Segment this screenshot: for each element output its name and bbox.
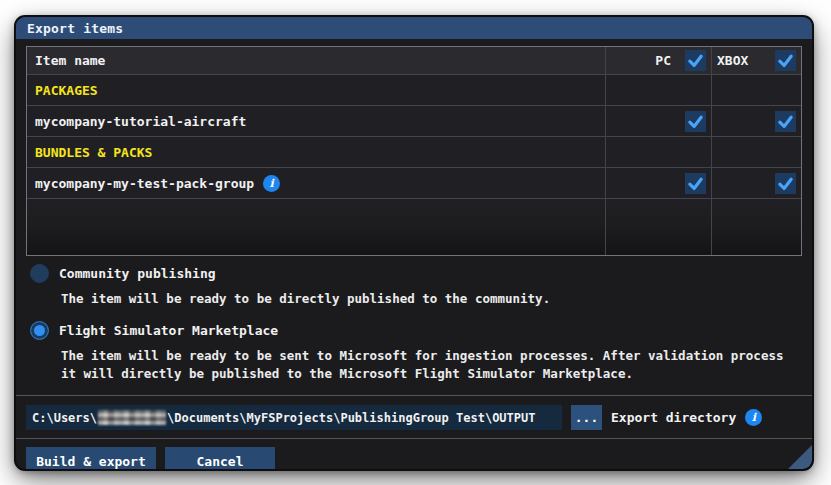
section-label-bundles: BUNDLES & PACKS <box>35 145 152 160</box>
pc-column-label: PC <box>655 53 671 68</box>
publish-options: Community publishing The item will be re… <box>30 264 802 382</box>
radio-button[interactable] <box>30 321 49 340</box>
option-label: Community publishing <box>59 266 216 281</box>
checkmark-icon <box>687 175 704 192</box>
pc-checkbox[interactable] <box>685 111 706 132</box>
table-section-row: BUNDLES & PACKS <box>27 136 801 167</box>
column-xbox: XBOX <box>711 47 801 74</box>
path-prefix: C:\Users\ <box>32 411 97 425</box>
radio-button[interactable] <box>30 264 49 283</box>
column-pc: PC <box>605 47 711 74</box>
table-section-row: PACKAGES <box>27 74 801 105</box>
xbox-select-all-checkbox[interactable] <box>775 50 796 71</box>
table-header-row: Item name PC XBOX <box>27 47 801 74</box>
browse-button[interactable]: ... <box>571 405 602 430</box>
option-marketplace[interactable]: Flight Simulator Marketplace <box>30 321 802 340</box>
info-icon[interactable]: i <box>745 409 762 426</box>
table-empty-area <box>27 198 801 255</box>
dialog-content: Item name PC XBOX <box>16 39 812 469</box>
export-items-dialog: Export items Item name PC XBOX <box>16 17 812 469</box>
table-row[interactable]: mycompany-my-test-pack-group i <box>27 167 801 198</box>
column-item-name: Item name <box>27 47 605 74</box>
xbox-column-label: XBOX <box>717 53 748 68</box>
info-icon[interactable]: i <box>263 175 280 192</box>
export-directory-row: C:\Users\\Documents\MyFSProjects\Publish… <box>26 405 802 430</box>
export-directory-label-group: Export directory i <box>611 409 762 426</box>
item-name-label: mycompany-my-test-pack-group <box>35 176 254 191</box>
redacted-username <box>98 410 166 425</box>
dialog-titlebar[interactable]: Export items <box>16 17 812 39</box>
option-description: The item will be ready to be sent to Mic… <box>61 347 802 383</box>
pc-checkbox[interactable] <box>685 173 706 194</box>
action-buttons: Build & export Cancel <box>26 447 802 469</box>
checkmark-icon <box>777 52 794 69</box>
option-community-publishing[interactable]: Community publishing <box>30 264 802 283</box>
divider <box>16 438 812 439</box>
divider <box>16 395 812 396</box>
item-name-label: mycompany-tutorial-aircraft <box>35 114 246 129</box>
xbox-checkbox[interactable] <box>775 111 796 132</box>
table-row[interactable]: mycompany-tutorial-aircraft <box>27 105 801 136</box>
option-label: Flight Simulator Marketplace <box>59 323 278 338</box>
checkmark-icon <box>687 113 704 130</box>
xbox-checkbox[interactable] <box>775 173 796 194</box>
checkmark-icon <box>777 113 794 130</box>
option-description: The item will be ready to be directly pu… <box>61 290 802 308</box>
checkmark-icon <box>777 175 794 192</box>
section-label-packages: PACKAGES <box>35 83 98 98</box>
export-items-table: Item name PC XBOX <box>26 46 802 256</box>
export-directory-input[interactable]: C:\Users\\Documents\MyFSProjects\Publish… <box>26 405 562 430</box>
checkmark-icon <box>687 52 704 69</box>
path-suffix: \Documents\MyFSProjects\PublishingGroup … <box>167 411 535 425</box>
build-export-button[interactable]: Build & export <box>26 447 156 469</box>
cancel-button[interactable]: Cancel <box>165 447 275 469</box>
pc-select-all-checkbox[interactable] <box>685 50 706 71</box>
export-directory-label: Export directory <box>611 410 736 425</box>
dialog-title: Export items <box>27 21 123 36</box>
